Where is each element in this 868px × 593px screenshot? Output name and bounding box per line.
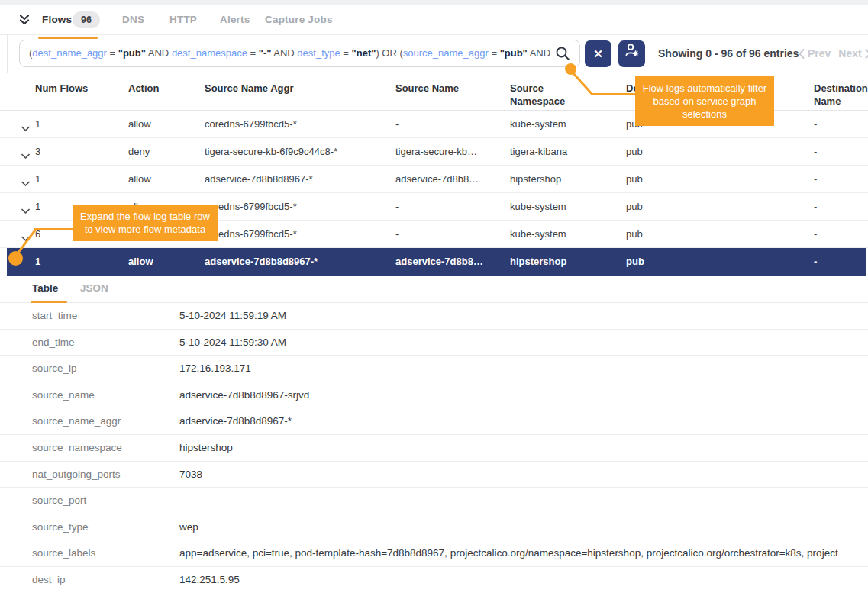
detail-row-dest_ip: dest_ip142.251.5.95 [0,567,868,593]
detail-row-source_port: source_port [0,488,868,514]
detail-key: source_name_aggr [32,408,121,435]
detail-row-nat_outgoing_ports: nat_outgoing_ports7038 [0,462,868,488]
row-expand-chevron-icon[interactable] [21,176,30,190]
cell-source_name: adservice-7d8b8… [395,248,483,276]
prev-page-button[interactable]: Prev [799,40,831,67]
pagination: Prev Next [799,40,868,67]
query-segment-op: = [489,47,500,59]
cell-dest_name_aggr: pub [626,221,643,248]
detail-value: 142.251.5.95 [179,567,868,593]
query-segment-op: ) OR ( [376,47,402,59]
cell-num: 3 [35,138,40,166]
flow-table-row-selected[interactable]: 1allowadservice-7d8b8d8967-*adservice-7d… [7,248,866,276]
cell-source_name_aggr: tigera-secure-kb-6f9c9c44c8-* [205,138,337,166]
detail-row-start_time: start_time5-10-2024 11:59:19 AM [0,303,868,330]
detail-key: source_ip [32,356,77,382]
entries-count-text: Showing 0 - 96 of 96 entries [658,40,799,67]
detail-key: end_time [32,330,75,356]
tab-dns[interactable]: DNS [122,5,144,35]
cell-source_name: - [395,193,399,221]
detail-value: adservice-7d8b8d8967-* [179,408,868,435]
cell-source_name_aggr: coredns-6799fbcd5-* [205,111,297,138]
filter-query-input[interactable]: (dest_name_aggr = "pub" AND dest_namespa… [19,40,580,67]
tab-capture-jobs[interactable]: Capture Jobs [265,5,333,35]
cell-dest_name: - [814,138,817,166]
header-cell-action: Action [128,82,197,95]
row-expand-chevron-icon[interactable] [21,121,30,135]
detail-key: source_labels [32,540,95,567]
tooltip2-anchor-dot [8,251,23,266]
clear-filter-button[interactable]: ✕ [585,40,611,67]
cell-dest_name_aggr: pub [626,248,644,276]
cell-dest_name: - [814,248,817,276]
query-segment-op: AND [528,47,550,59]
cell-action: deny [128,138,150,166]
flow-table-row[interactable]: 1allowadservice-7d8b8d8967-*adservice-7d… [0,166,868,193]
header-cell-source_namespace: Source Namespace [510,82,586,108]
cell-source_name_aggr: coredns-6799fbcd5-* [205,193,297,221]
detail-value: adservice-7d8b8d8967-srjvd [179,382,868,409]
cell-dest_name: - [814,193,817,221]
detail-key: source_type [32,514,89,541]
flow-table-row[interactable]: 3denytigera-secure-kb-6f9c9c44c8-*tigera… [0,138,868,166]
search-icon[interactable] [555,46,570,64]
query-segment-op: AND [271,47,297,59]
tab-alerts[interactable]: Alerts [220,5,250,35]
detail-value: 5-10-2024 11:59:30 AM [179,330,868,356]
detail-tab-json[interactable]: JSON [80,276,108,303]
detail-key: start_time [32,303,77,330]
tooltip1-connector-horizontal [592,93,636,95]
cell-source_namespace: kube-system [510,193,566,221]
cell-source_namespace: hipstershop [510,248,566,276]
detail-row-source_type: source_typewep [0,514,868,541]
cell-dest_name: - [814,166,817,193]
query-segment-op: = [247,47,259,59]
query-segment-field: source_name_aggr [403,47,489,59]
user-settings-button[interactable] [618,40,645,67]
cell-source_name: - [395,221,399,248]
detail-value: app=adservice, pci=true, pod-template-ha… [179,540,868,567]
detail-value: 7038 [179,462,868,488]
query-segment-val: "-" [259,47,272,59]
flows-count-badge: 96 [73,11,100,28]
cell-num: 1 [35,166,40,193]
query-segment-field: dest_name_aggr [32,47,107,59]
detail-key: source_name [32,382,95,409]
cell-source_namespace: kube-system [510,221,566,248]
cell-dest_name: - [814,221,817,248]
query-segment-op: AND [146,47,172,59]
cell-action: allow [128,111,151,138]
detail-row-source_labels: source_labelsapp=adservice, pci=true, po… [0,540,868,567]
log-type-tabbar: Flows 96 DNS HTTP Alerts Capture Jobs [0,5,868,35]
cell-source_namespace: hipstershop [510,166,561,193]
next-page-button[interactable]: Next [838,40,868,67]
header-cell-dest_name: Destination Name [814,82,868,108]
tab-flows[interactable]: Flows [42,5,72,35]
header-cell-source_name: Source Name [395,82,502,95]
detail-tab-table[interactable]: Table [32,276,58,303]
detail-row-source_name: source_nameadservice-7d8b8d8967-srjvd [0,382,868,409]
cell-dest_name: - [814,111,817,138]
cell-action: allow [128,166,151,193]
tab-http[interactable]: HTTP [169,5,197,35]
cell-source_namespace: kube-system [510,111,566,138]
tooltip2-connector-horizontal [34,228,73,230]
row-expand-chevron-icon[interactable] [21,149,30,163]
row-expand-chevron-icon[interactable] [21,204,30,218]
header-cell-source_name_aggr: Source Name Aggr [205,82,388,95]
cell-action: allow [128,248,153,276]
detail-row-end_time: end_time5-10-2024 11:59:30 AM [0,330,868,356]
cell-dest_name_aggr: pub [626,166,643,193]
detail-value [179,488,868,514]
user-gear-icon [624,42,640,58]
cell-source_name: tigera-secure-kb… [395,138,477,166]
collapse-double-chevron-icon[interactable] [18,14,31,29]
cell-num: 1 [35,193,40,221]
query-segment-op: = [107,47,118,59]
query-segment-field: dest_namespace [172,47,247,59]
cell-num: 1 [35,111,40,138]
cell-source_name_aggr: adservice-7d8b8d8967-* [205,166,313,193]
cell-dest_name_aggr: pub [626,193,643,221]
query-segment-val: "pub" [500,47,528,59]
chevron-right-icon [865,49,868,59]
